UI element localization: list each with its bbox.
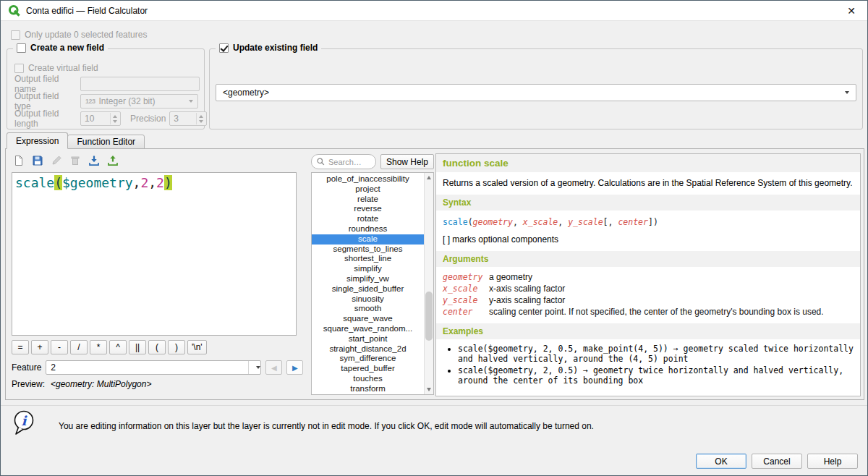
existing-field-combo[interactable]: <geometry> [216,84,856,101]
scrollbar-up-arrow[interactable] [425,173,433,182]
operator-button[interactable]: = [12,340,29,354]
scrollbar-track[interactable] [425,182,433,385]
precision-spinner[interactable]: 3 [169,111,207,126]
chevron-down-icon [845,91,849,94]
pencil-icon [51,155,62,166]
function-list-item[interactable]: roundness [312,224,424,234]
argument-description: scaling center point. If not specified, … [489,307,854,317]
function-help-panel: function scale Returns a scaled version … [435,153,861,396]
function-list-item[interactable]: sym_difference [312,354,424,364]
tab-expression[interactable]: Expression [7,132,68,149]
delete-expression-button[interactable] [67,153,84,169]
operator-button[interactable]: || [129,340,146,354]
function-list-item[interactable]: start_point [312,334,424,344]
function-list-item[interactable]: square_wave_random... [312,324,424,334]
expression-editor[interactable]: scale($geometry,2,2) [12,172,297,336]
output-field-length-value: 10 [85,114,94,124]
function-list-scrollbar[interactable] [424,173,433,394]
function-list-item[interactable]: project [312,184,424,195]
ok-button[interactable]: OK [696,454,746,469]
function-list-item[interactable]: smooth [312,304,424,314]
feature-selector[interactable]: 2 [46,360,261,375]
qgis-logo-icon [8,4,20,17]
update-existing-field-checkbox[interactable]: Update existing field [216,43,321,53]
function-list-item[interactable]: reverse [312,204,424,214]
operator-button[interactable]: '\n' [187,340,207,354]
operator-button[interactable]: ^ [109,340,127,354]
preview-value: <geometry: MultiPolygon> [51,379,151,389]
create-new-field-group: Create a new field Create virtual field … [7,48,205,129]
function-list-item[interactable]: straight_distance_2d [312,344,424,354]
operator-button[interactable]: * [90,340,107,354]
function-list-item[interactable]: simplify_vw [312,274,424,284]
feature-combo-button[interactable] [248,361,260,374]
close-button[interactable]: ✕ [843,4,860,18]
existing-field-value: <geometry> [223,88,269,98]
create-virtual-field-checkbox[interactable]: Create virtual field [14,63,98,73]
example-item: scale($geometry, 2, 0.5) → geometry twic… [458,365,854,386]
argument-name: geometry [443,272,489,282]
output-field-type-combo[interactable]: 123 Integer (32 bit) [80,94,198,109]
new-file-icon [13,155,25,166]
function-list-item[interactable]: touches [312,374,424,384]
update-existing-field-checkbox-box [219,43,229,53]
save-expression-button[interactable] [29,153,46,169]
next-feature-button[interactable]: ▶ [286,360,303,375]
operator-button[interactable]: / [70,340,88,354]
precision-label: Precision [130,114,166,124]
operator-button[interactable]: - [51,340,68,354]
function-list-item[interactable]: single_sided_buffer [312,284,424,294]
new-expression-button[interactable] [10,153,27,169]
tab-expression-label: Expression [16,136,59,146]
help-description: Returns a scaled version of a geometry. … [436,172,860,195]
function-list-item[interactable]: shortest_line [312,254,424,264]
function-search[interactable] [311,154,376,169]
function-list-item[interactable]: scale [312,234,424,245]
create-new-field-checkbox[interactable]: Create a new field [13,43,108,53]
examples-list: scale($geometry, 2, 0.5, make_point(4, 5… [458,344,854,386]
cancel-button[interactable]: Cancel [752,454,802,469]
import-expressions-button[interactable] [85,153,103,169]
function-list-item[interactable]: segments_to_lines [312,245,424,255]
precision-value: 3 [174,114,179,124]
footer-separator [1,405,867,406]
operator-button[interactable]: + [31,340,48,354]
scrollbar-down-arrow[interactable] [425,385,433,394]
export-up-arrow-icon [107,155,119,166]
only-update-checkbox-box [11,30,20,40]
spinner-arrows-icon [196,113,205,124]
show-help-button[interactable]: Show Help [380,154,434,169]
window-title: Conta edifici — Field Calculator [26,6,148,16]
export-expressions-button[interactable] [104,153,122,169]
tab-function-editor[interactable]: Function Editor [67,135,145,149]
function-list-item[interactable]: sinuosity [312,294,424,305]
optional-note: [ ] marks optional components [436,230,860,251]
function-list-item[interactable]: transform [312,384,424,394]
function-list-item[interactable]: relate [312,195,424,205]
function-list-item[interactable]: pole_of_inaccessibility [312,174,424,184]
argument-description: x-axis scaling factor [489,284,854,294]
output-field-name-input[interactable] [80,77,200,91]
help-title: function scale [436,154,860,172]
scrollbar-thumb[interactable] [425,292,433,341]
function-list-item[interactable]: tapered_buffer [312,364,424,374]
output-field-length-row: Output field length 10 Precision 3 [14,111,198,126]
argument-name: center [443,307,489,317]
function-list-item[interactable]: rotate [312,214,424,224]
function-list-container: pole_of_inaccessibilityprojectrelatereve… [311,172,434,395]
edit-expression-button[interactable] [48,153,65,169]
expression-tab-panel: scale($geometry,2,2) =+-/*^||()'\n' Feat… [5,148,864,400]
help-button[interactable]: Help [807,454,858,469]
argument-name: x_scale [443,284,489,294]
operator-button[interactable]: ( [148,340,166,354]
only-update-checkbox[interactable]: Only update 0 selected features [11,30,147,40]
function-list-item[interactable]: square_wave [312,314,424,324]
syntax-heading: Syntax [436,195,860,211]
previous-feature-button[interactable]: ◀ [265,360,282,375]
output-field-length-spinner[interactable]: 10 [80,111,121,126]
search-input[interactable] [328,158,371,166]
chevron-down-icon [256,366,260,369]
operator-button[interactable]: ) [168,340,185,354]
output-field-name-row: Output field name [14,77,198,91]
function-list-item[interactable]: simplify [312,264,424,274]
